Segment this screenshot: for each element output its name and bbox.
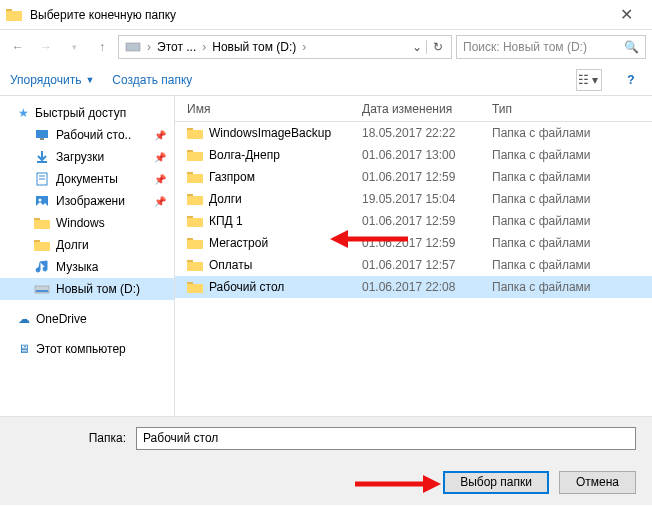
title-bar: Выберите конечную папку ✕ xyxy=(0,0,652,30)
svg-rect-28 xyxy=(187,240,203,249)
search-placeholder: Поиск: Новый том (D:) xyxy=(463,40,587,54)
close-button[interactable]: ✕ xyxy=(606,5,646,24)
sidebar: ★ Быстрый доступ Рабочий сто..📌Загрузки📌… xyxy=(0,96,175,416)
sidebar-this-pc[interactable]: 🖥 Этот компьютер xyxy=(0,338,174,360)
folder-icon xyxy=(187,169,203,185)
recent-button[interactable]: ▾ xyxy=(62,35,86,59)
folder-icon xyxy=(187,235,203,251)
cloud-icon: ☁ xyxy=(18,312,30,326)
file-list: WindowsImageBackup18.05.2017 22:22Папка … xyxy=(175,122,652,416)
view-options-button[interactable]: ☷ ▾ xyxy=(576,69,602,91)
svg-rect-5 xyxy=(40,138,44,140)
folder-name-input[interactable] xyxy=(136,427,636,450)
file-row[interactable]: Мегастрой01.06.2017 12:59Папка с файлами xyxy=(175,232,652,254)
folder-icon xyxy=(187,125,203,141)
breadcrumb-drive[interactable]: Новый том (D:) xyxy=(208,40,300,54)
sidebar-onedrive[interactable]: ☁ OneDrive xyxy=(0,308,174,330)
sidebar-item[interactable]: Windows xyxy=(0,212,174,234)
file-row[interactable]: Волга-Днепр01.06.2017 13:00Папка с файла… xyxy=(175,144,652,166)
sidebar-item[interactable]: Изображени📌 xyxy=(0,190,174,212)
refresh-button[interactable]: ↻ xyxy=(426,40,449,54)
sidebar-item[interactable]: Рабочий сто..📌 xyxy=(0,124,174,146)
organize-menu[interactable]: Упорядочить▼ xyxy=(10,73,94,87)
svg-rect-20 xyxy=(187,152,203,161)
chevron-right-icon: › xyxy=(145,40,153,54)
annotation-arrow xyxy=(353,471,443,497)
chevron-right-icon: › xyxy=(200,40,208,54)
up-button[interactable]: ↑ xyxy=(90,35,114,59)
file-area: Имя Дата изменения Тип WindowsImageBacku… xyxy=(175,96,652,416)
column-headers: Имя Дата изменения Тип xyxy=(175,96,652,122)
toolbar: Упорядочить▼ Создать папку ☷ ▾ ? xyxy=(0,64,652,96)
pin-icon: 📌 xyxy=(154,130,166,141)
sidebar-item[interactable]: Долги xyxy=(0,234,174,256)
svg-rect-12 xyxy=(34,220,50,229)
svg-rect-22 xyxy=(187,174,203,183)
new-folder-button[interactable]: Создать папку xyxy=(112,73,192,87)
search-input[interactable]: Поиск: Новый том (D:) 🔍 xyxy=(456,35,646,59)
svg-rect-32 xyxy=(187,284,203,293)
column-name[interactable]: Имя xyxy=(187,102,362,116)
file-row[interactable]: Оплаты01.06.2017 12:57Папка с файлами xyxy=(175,254,652,276)
search-icon: 🔍 xyxy=(624,40,639,54)
folder-icon xyxy=(187,279,203,295)
folder-icon xyxy=(187,191,203,207)
svg-rect-1 xyxy=(6,11,22,21)
file-row[interactable]: Газпром01.06.2017 12:59Папка с файлами xyxy=(175,166,652,188)
cancel-button[interactable]: Отмена xyxy=(559,471,636,494)
svg-rect-18 xyxy=(187,130,203,139)
star-icon: ★ xyxy=(18,106,29,120)
file-row[interactable]: Долги19.05.2017 15:04Папка с файлами xyxy=(175,188,652,210)
sidebar-item[interactable]: Новый том (D:) xyxy=(0,278,174,300)
folder-icon xyxy=(6,7,22,23)
svg-rect-30 xyxy=(187,262,203,271)
address-dropdown[interactable]: ⌄ xyxy=(408,40,426,54)
svg-marker-36 xyxy=(423,475,441,493)
sidebar-item[interactable]: Документы📌 xyxy=(0,168,174,190)
file-row[interactable]: WindowsImageBackup18.05.2017 22:22Папка … xyxy=(175,122,652,144)
help-button[interactable]: ? xyxy=(620,73,642,87)
select-folder-button[interactable]: Выбор папки xyxy=(443,471,549,494)
svg-rect-14 xyxy=(34,242,50,251)
folder-name-row: Папка: xyxy=(0,417,652,459)
svg-rect-4 xyxy=(36,130,48,138)
drive-icon xyxy=(125,39,141,55)
folder-icon xyxy=(187,257,203,273)
forward-button[interactable]: → xyxy=(34,35,58,59)
button-row: Выбор папки Отмена xyxy=(0,459,652,505)
file-row[interactable]: Рабочий стол01.06.2017 22:08Папка с файл… xyxy=(175,276,652,298)
file-row[interactable]: КПД 101.06.2017 12:59Папка с файлами xyxy=(175,210,652,232)
folder-label: Папка: xyxy=(16,431,126,445)
pin-icon: 📌 xyxy=(154,152,166,163)
column-type[interactable]: Тип xyxy=(492,102,652,116)
svg-rect-3 xyxy=(127,48,139,50)
address-bar[interactable]: › Этот ... › Новый том (D:) › ⌄ ↻ xyxy=(118,35,452,59)
svg-rect-16 xyxy=(36,290,48,292)
nav-row: ← → ▾ ↑ › Этот ... › Новый том (D:) › ⌄ … xyxy=(0,30,652,64)
folder-icon xyxy=(187,213,203,229)
column-date[interactable]: Дата изменения xyxy=(362,102,492,116)
pin-icon: 📌 xyxy=(154,174,166,185)
window-title: Выберите конечную папку xyxy=(30,8,606,22)
breadcrumb-pc[interactable]: Этот ... xyxy=(153,40,200,54)
pin-icon: 📌 xyxy=(154,196,166,207)
sidebar-item[interactable]: Загрузки📌 xyxy=(0,146,174,168)
folder-icon xyxy=(187,147,203,163)
chevron-right-icon: › xyxy=(300,40,308,54)
pc-icon: 🖥 xyxy=(18,342,30,356)
main-area: ★ Быстрый доступ Рабочий сто..📌Загрузки📌… xyxy=(0,96,652,416)
sidebar-item[interactable]: Музыка xyxy=(0,256,174,278)
back-button[interactable]: ← xyxy=(6,35,30,59)
sidebar-quick-access[interactable]: ★ Быстрый доступ xyxy=(0,102,174,124)
svg-rect-26 xyxy=(187,218,203,227)
svg-rect-24 xyxy=(187,196,203,205)
svg-point-10 xyxy=(39,199,42,202)
